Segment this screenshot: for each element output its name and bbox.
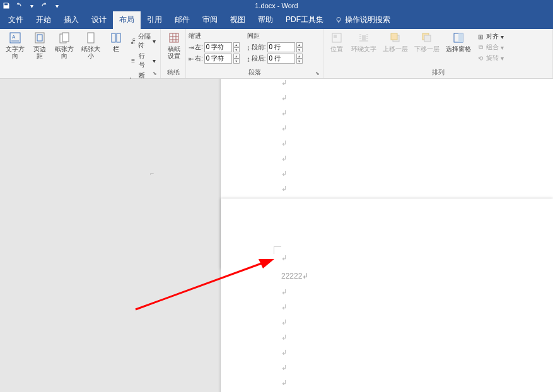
- wrap-button[interactable]: 环绕文字: [349, 30, 379, 54]
- indent-left-spinner[interactable]: ▲▼: [233, 42, 240, 52]
- size-button[interactable]: 纸张大小: [78, 30, 103, 61]
- spacing-before-input[interactable]: [267, 42, 295, 52]
- indent-right-input[interactable]: [204, 54, 232, 64]
- manuscript-icon: [168, 32, 180, 44]
- quick-access-toolbar: ▾ ▾: [3, 2, 61, 9]
- spacing-after-spinner[interactable]: ▲▼: [296, 54, 303, 64]
- line-numbers-button[interactable]: ≡ 行号▾: [128, 51, 158, 70]
- indent-right-icon: ⇤: [189, 55, 194, 62]
- paragraph-mark: ↲: [281, 170, 287, 178]
- tab-review[interactable]: 审阅: [196, 11, 224, 29]
- qat-customize-icon[interactable]: ▾: [53, 2, 61, 9]
- paragraph-mark: ↲: [281, 333, 287, 342]
- document-area[interactable]: ⌐ ↲ ↲ ↲ ↲ ↲ ↲ ↲ ↲ ↲ ↲ 22222↲ ↲ ↲ ↲ ↲ ↲ ↲…: [0, 79, 553, 392]
- tab-pdf[interactable]: PDF工具集: [279, 11, 330, 29]
- qat-dropdown-icon[interactable]: ▾: [28, 2, 35, 9]
- indent-left-icon: ⇥: [189, 44, 194, 51]
- spacing-before-icon: ↨: [247, 44, 250, 51]
- paragraph-mark: ↲: [281, 318, 287, 326]
- position-button[interactable]: 位置: [326, 30, 347, 54]
- redo-icon[interactable]: [40, 2, 48, 9]
- spacing-before-spinner[interactable]: ▲▼: [296, 42, 303, 52]
- align-label: 对齐: [486, 32, 499, 41]
- save-icon[interactable]: [3, 2, 10, 9]
- margins-icon: [33, 32, 46, 44]
- bring-forward-button[interactable]: 上移一层: [380, 30, 410, 54]
- manuscript-group-label: 稿纸: [163, 67, 183, 78]
- paragraph-mark: ↲: [281, 109, 287, 117]
- selection-pane-button[interactable]: 选择窗格: [443, 30, 474, 54]
- rotate-button[interactable]: ⟲ 旋转▾: [475, 53, 506, 63]
- margins-button[interactable]: 页边距: [29, 30, 50, 61]
- wrap-icon: [358, 32, 370, 44]
- tab-home[interactable]: 开始: [30, 11, 57, 29]
- svg-rect-15: [391, 33, 397, 40]
- group-btn-label: 组合: [486, 43, 499, 52]
- tab-layout[interactable]: 布局: [113, 11, 141, 29]
- page-2[interactable]: ↲ 22222↲ ↲ ↲ ↲ ↲ ↲ ↲ ↲ ↲ ↲ ↲ ↲ ↲: [221, 199, 553, 392]
- position-label: 位置: [330, 45, 343, 52]
- ribbon: A 文字方向 页边距 纸张方向 纸张大小 栏 ⭿: [0, 29, 553, 79]
- paragraph-group-label: 段落: [189, 67, 320, 78]
- breaks-button[interactable]: ⭿ 分隔符▾: [128, 32, 158, 50]
- document-text[interactable]: 22222↲: [281, 272, 308, 280]
- paragraph-launcher-icon[interactable]: ⬊: [315, 71, 322, 77]
- tab-mailings[interactable]: 邮件: [168, 11, 196, 29]
- text-direction-label: 文字方向: [5, 45, 25, 59]
- svg-rect-3: [35, 33, 44, 43]
- tell-me-search[interactable]: 操作说明搜索: [330, 11, 395, 29]
- paragraph-mark: ↲: [281, 254, 287, 262]
- text-direction-button[interactable]: A 文字方向: [3, 30, 28, 61]
- group-icon: ⧉: [477, 43, 484, 51]
- columns-button[interactable]: 栏: [105, 30, 127, 54]
- size-icon: [84, 32, 97, 44]
- align-button[interactable]: ⊞ 对齐▾: [475, 32, 506, 42]
- arrange-group-label: 排列: [326, 67, 550, 78]
- paragraph-mark: ↲: [281, 303, 287, 311]
- indent-left-input[interactable]: [204, 42, 232, 52]
- selection-pane-label: 选择窗格: [446, 45, 471, 52]
- paragraph-mark: ↲: [281, 154, 287, 163]
- paragraph-mark: ↲: [281, 79, 287, 87]
- tab-references[interactable]: 引用: [141, 11, 168, 29]
- line-numbers-label: 行号: [139, 52, 151, 69]
- undo-icon[interactable]: [15, 2, 23, 9]
- svg-rect-9: [117, 33, 120, 42]
- svg-point-0: [337, 17, 341, 21]
- indent-right-spinner[interactable]: ▲▼: [233, 54, 240, 64]
- svg-rect-19: [458, 33, 463, 42]
- title-bar: ▾ ▾ 1.docx - Word: [0, 0, 553, 11]
- orientation-button[interactable]: 纸张方向: [52, 30, 77, 61]
- tab-file[interactable]: 文件: [2, 11, 30, 29]
- bring-forward-icon: [389, 32, 402, 44]
- spacing-after-input[interactable]: [267, 54, 295, 64]
- svg-text:A: A: [12, 34, 16, 40]
- columns-icon: [110, 32, 122, 44]
- send-backward-button[interactable]: 下移一层: [412, 30, 442, 54]
- indent-right-label: 右:: [195, 54, 203, 63]
- tab-view[interactable]: 视图: [224, 11, 252, 29]
- paragraph-mark: ↲: [281, 139, 287, 147]
- group-page-setup: A 文字方向 页边距 纸张方向 纸张大小 栏 ⭿: [0, 29, 161, 78]
- tab-insert[interactable]: 插入: [57, 11, 85, 29]
- page-setup-launcher-icon[interactable]: ⬊: [153, 71, 159, 77]
- svg-rect-10: [170, 33, 178, 42]
- svg-rect-12: [334, 35, 337, 38]
- paragraph-mark: ↲: [281, 94, 287, 102]
- paragraph-mark: ↲: [281, 364, 287, 372]
- tab-help[interactable]: 帮助: [252, 11, 279, 29]
- align-icon: ⊞: [477, 33, 484, 40]
- group-arrange: 位置 环绕文字 上移一层 下移一层 选择窗格 ⊞ 对齐▾: [323, 29, 553, 78]
- size-label: 纸张大小: [81, 45, 101, 59]
- manuscript-button[interactable]: 稿纸 设置: [163, 30, 185, 61]
- paragraph-mark: ↲: [281, 288, 287, 296]
- text-cursor: ⌐: [150, 170, 154, 177]
- line-numbers-icon: ≡: [130, 57, 137, 64]
- send-backward-label: 下移一层: [414, 45, 439, 52]
- paragraph-mark: ↲: [281, 349, 287, 357]
- group-button[interactable]: ⧉ 组合▾: [475, 42, 506, 52]
- position-icon: [330, 32, 343, 44]
- tab-design[interactable]: 设计: [85, 11, 113, 29]
- svg-rect-6: [62, 33, 69, 42]
- wrap-label: 环绕文字: [351, 45, 376, 52]
